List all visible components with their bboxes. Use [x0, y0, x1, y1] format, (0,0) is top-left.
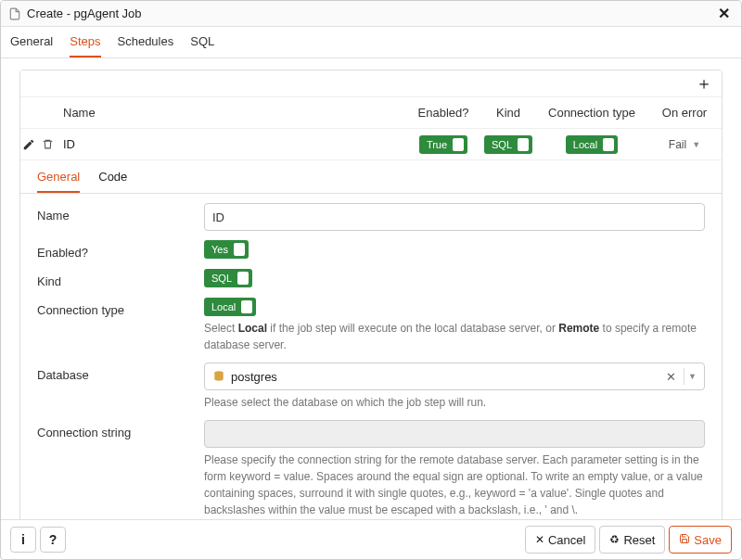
col-conn: Connection type — [536, 106, 647, 120]
steps-grid: ＋ Name Enabled? Kind Connection type On … — [19, 70, 723, 519]
step-subtabs: General Code — [20, 160, 722, 194]
grid-row: ID True SQL Local Fail▼ — [20, 129, 722, 160]
info-button[interactable]: i — [10, 527, 36, 553]
col-err: On error — [647, 106, 722, 120]
tab-schedules[interactable]: Schedules — [118, 27, 174, 57]
kind-label: Kind — [37, 269, 204, 288]
edit-row-button[interactable] — [21, 137, 36, 152]
save-button[interactable]: Save — [669, 526, 732, 554]
help-button[interactable]: ? — [40, 527, 66, 553]
database-icon — [212, 370, 225, 383]
file-icon — [8, 7, 21, 20]
recycle-icon: ♻ — [609, 533, 620, 546]
conn-help: Select Local if the job step will execut… — [204, 320, 705, 353]
tab-sql[interactable]: SQL — [190, 27, 214, 57]
name-label: Name — [37, 203, 204, 223]
dialog: Create - pgAgent Job ✕ General Steps Sch… — [0, 0, 742, 560]
conn-label: Connection type — [37, 298, 204, 317]
subtab-code[interactable]: Code — [98, 164, 127, 193]
cell-conn-toggle[interactable]: Local — [566, 135, 618, 154]
connstr-help: Please specify the connection string for… — [204, 452, 705, 519]
tab-steps[interactable]: Steps — [70, 27, 100, 57]
cancel-button[interactable]: ✕Cancel — [525, 526, 595, 554]
save-icon — [679, 533, 690, 547]
cell-onerror-select[interactable]: Fail▼ — [669, 138, 700, 151]
database-value: postgres — [231, 370, 277, 384]
cell-enabled-toggle[interactable]: True — [419, 135, 467, 154]
clear-icon[interactable]: ✕ — [662, 370, 680, 384]
titlebar: Create - pgAgent Job ✕ — [1, 1, 741, 27]
database-label: Database — [37, 363, 204, 382]
database-select[interactable]: postgres ✕ ▼ — [204, 363, 705, 390]
step-form: Name Enabled? Yes Kind SQL Connection ty… — [20, 194, 722, 519]
chevron-down-icon[interactable]: ▼ — [688, 372, 697, 381]
conn-toggle[interactable]: Local — [204, 298, 256, 316]
connstr-input — [204, 420, 705, 448]
enabled-toggle[interactable]: Yes — [204, 240, 249, 259]
x-icon: ✕ — [535, 533, 544, 546]
kind-toggle[interactable]: SQL — [204, 269, 252, 287]
col-enabled: Enabled? — [406, 106, 480, 120]
cell-kind-toggle[interactable]: SQL — [484, 135, 532, 154]
close-button[interactable]: ✕ — [714, 5, 734, 22]
enabled-label: Enabled? — [37, 240, 204, 260]
add-step-button[interactable]: ＋ — [690, 72, 718, 95]
content-area: ＋ Name Enabled? Kind Connection type On … — [1, 58, 741, 519]
tab-general[interactable]: General — [10, 27, 53, 57]
dialog-title: Create - pgAgent Job — [27, 6, 714, 20]
name-input[interactable] — [204, 203, 705, 231]
dialog-footer: i ? ✕Cancel ♻Reset Save — [1, 519, 741, 559]
cell-name[interactable]: ID — [56, 137, 406, 151]
reset-button[interactable]: ♻Reset — [599, 526, 665, 554]
database-help: Please select the database on which the … — [204, 394, 705, 411]
subtab-general[interactable]: General — [37, 164, 80, 193]
col-name: Name — [56, 106, 406, 120]
delete-row-button[interactable] — [40, 137, 55, 152]
grid-header: Name Enabled? Kind Connection type On er… — [20, 97, 722, 129]
connstr-label: Connection string — [37, 420, 204, 439]
col-kind: Kind — [480, 106, 536, 120]
main-tabs: General Steps Schedules SQL — [1, 27, 741, 58]
